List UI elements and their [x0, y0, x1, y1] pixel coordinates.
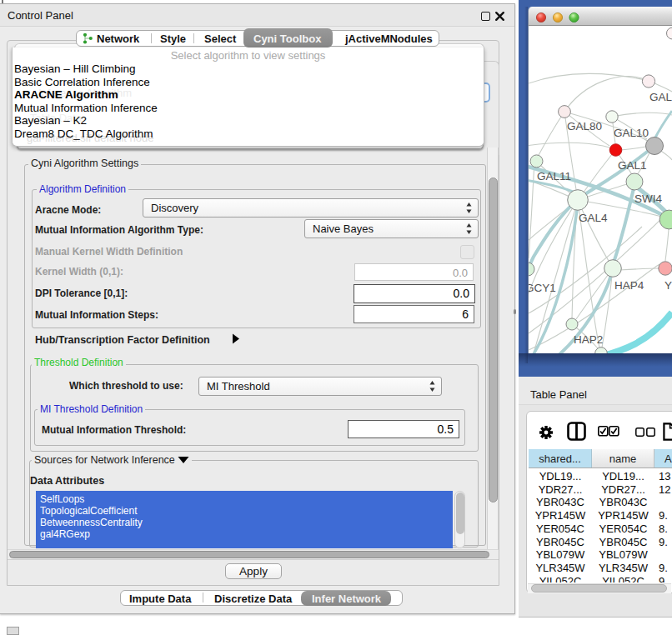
svg-text:GAL10: GAL10	[614, 127, 649, 139]
svg-text:HAP4: HAP4	[614, 279, 644, 292]
svg-text:Y: Y	[664, 279, 672, 292]
svg-text:GAL1: GAL1	[618, 159, 647, 172]
svg-text:HAP2: HAP2	[574, 333, 603, 346]
svg-text:GAL4: GAL4	[579, 212, 608, 224]
svg-text:GAL7: GAL7	[649, 91, 672, 103]
svg-text:SWI4: SWI4	[634, 192, 662, 205]
svg-text:GCY1: GCY1	[529, 282, 556, 294]
svg-text:GAL11: GAL11	[537, 170, 571, 182]
svg-text:GAL80: GAL80	[567, 120, 602, 132]
